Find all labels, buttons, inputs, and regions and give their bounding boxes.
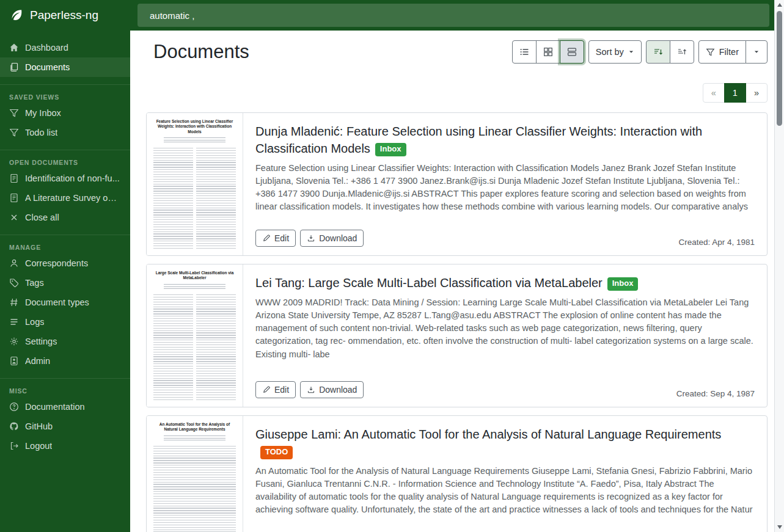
download-button[interactable]: Download	[300, 230, 364, 247]
sidebar-item-settings[interactable]: Settings	[0, 332, 130, 351]
tag-badge-inbox[interactable]: Inbox	[375, 143, 406, 156]
tag-badge-todo[interactable]: TODO	[260, 446, 293, 459]
document-title: Lei Tang: Large Scale Multi-Label Classi…	[255, 274, 755, 291]
document-snippet: Feature Selection using Linear Classifie…	[255, 162, 755, 224]
document-snippet: WWW 2009 MADRID! Track: Data Mining / Se…	[255, 296, 755, 375]
sort-up-icon	[677, 47, 687, 57]
sidebar-item-correspondents[interactable]: Correspondents	[0, 253, 130, 273]
thumbnail-title-text: Feature Selection using Linear Classifie…	[155, 119, 235, 134]
sidebar-item-document-types[interactable]: Document types	[0, 293, 130, 312]
sidebar-section-misc: MISC Documentation GitHub Logout	[0, 378, 130, 456]
sort-down-icon	[653, 47, 663, 57]
filter-dropdown-toggle[interactable]	[746, 40, 768, 64]
view-details-button[interactable]	[560, 40, 584, 64]
logout-icon	[9, 441, 19, 451]
thumbnail-title-text: An Automatic Tool for the Analysis of Na…	[155, 422, 235, 432]
tag-icon	[9, 278, 19, 288]
paperless-logo-icon	[9, 7, 24, 23]
pencil-icon	[262, 234, 271, 242]
thumbnail-text-column	[153, 446, 236, 532]
filter-group: Filter	[698, 40, 768, 64]
document-thumbnail[interactable]: Feature Selection using Linear Classifie…	[147, 113, 243, 255]
thumbnail-text-column	[196, 294, 236, 401]
chevron-down-icon	[753, 49, 760, 55]
app-logo[interactable]: Paperless-ng	[0, 0, 130, 31]
document-title-link[interactable]: Giuseppe Lami: An Automatic Tool for the…	[255, 428, 721, 441]
edit-button[interactable]: Edit	[255, 381, 296, 398]
sidebar-item-logs[interactable]: Logs	[0, 312, 130, 332]
sort-descending-button[interactable]	[646, 40, 670, 64]
document-thumbnail[interactable]: Large Scale Multi-Label Classification v…	[147, 264, 243, 407]
scroll-down-button[interactable]	[775, 522, 784, 532]
list-icon	[9, 317, 19, 327]
pagination: « 1 »	[146, 83, 768, 103]
pagination-next[interactable]: »	[746, 83, 768, 103]
chevron-down-icon	[628, 49, 634, 55]
pagination-previous[interactable]: «	[703, 83, 725, 103]
sort-direction-group	[646, 40, 694, 64]
documents-toolbar: Sort by Filter	[512, 40, 768, 64]
sidebar-section-manage: MANAGE Correspondents Tags Document type…	[0, 235, 130, 371]
documents-page: Documents Sort by	[130, 31, 784, 532]
section-title-saved-views: SAVED VIEWS	[0, 89, 130, 103]
created-date: Created: Apr 4, 1981	[678, 238, 755, 247]
document-card: An Automatic Tool for the Analysis of Na…	[146, 415, 768, 532]
list-view-icon	[519, 47, 529, 57]
sidebar-item-documentation[interactable]: Documentation	[0, 397, 130, 417]
sidebar-item-logout[interactable]: Logout	[0, 436, 130, 456]
sidebar-section-open-documents: OPEN DOCUMENTS Identification of non-fu.…	[0, 150, 130, 227]
sort-ascending-button[interactable]	[670, 40, 694, 64]
sort-by-dropdown[interactable]: Sort by	[588, 40, 642, 64]
sidebar-section-saved-views: SAVED VIEWS My Inbox Todo list	[0, 84, 130, 142]
details-view-icon	[567, 47, 577, 57]
document-thumbnail[interactable]: An Automatic Tool for the Analysis of Na…	[147, 416, 243, 532]
document-card: Large Scale Multi-Label Classification v…	[146, 264, 768, 407]
thumbnail-authors-lines	[164, 284, 225, 290]
sidebar: Paperless-ng Dashboard Documents SAVED V…	[0, 0, 130, 532]
paperless-app: Paperless-ng Dashboard Documents SAVED V…	[0, 0, 784, 532]
thumbnail-authors-lines	[164, 137, 225, 144]
sidebar-item-admin[interactable]: Admin	[0, 351, 130, 371]
sidebar-item-documents[interactable]: Documents	[0, 57, 130, 77]
grid-view-icon	[543, 47, 553, 57]
document-title: Dunja Mladenić: Feature Selection using …	[255, 123, 755, 157]
thumbnail-text-column	[153, 148, 193, 250]
sidebar-item-open-doc-1[interactable]: Identification of non-fu...	[0, 169, 130, 188]
document-title-link[interactable]: Lei Tang: Large Scale Multi-Label Classi…	[255, 276, 603, 290]
view-grid-button[interactable]	[536, 40, 560, 64]
sidebar-item-close-all[interactable]: Close all	[0, 208, 130, 227]
document-card: Feature Selection using Linear Classifie…	[146, 112, 768, 256]
search-input[interactable]	[137, 4, 769, 27]
sidebar-item-open-doc-2[interactable]: A Literature Survey on ...	[0, 188, 130, 208]
tag-badge-inbox[interactable]: Inbox	[607, 277, 639, 291]
filter-button[interactable]: Filter	[698, 40, 746, 64]
hash-icon	[9, 297, 19, 307]
document-title-link[interactable]: Dunja Mladenić: Feature Selection using …	[255, 125, 702, 155]
close-icon	[9, 213, 19, 222]
sidebar-item-tags[interactable]: Tags	[0, 273, 130, 293]
person-icon	[9, 258, 19, 268]
download-button[interactable]: Download	[300, 381, 364, 398]
topbar	[130, 0, 784, 31]
download-icon	[307, 385, 315, 394]
view-list-button[interactable]	[512, 40, 537, 64]
scroll-up-button[interactable]	[775, 0, 784, 10]
sidebar-item-github[interactable]: GitHub	[0, 417, 130, 436]
view-mode-group	[512, 40, 584, 64]
document-snippet: An Automatic Tool for the Analysis of Na…	[255, 465, 755, 527]
section-title-manage: MANAGE	[0, 239, 130, 253]
funnel-icon	[9, 128, 19, 137]
pagination-page-1[interactable]: 1	[724, 83, 746, 103]
section-title-open-documents: OPEN DOCUMENTS	[0, 154, 130, 169]
sidebar-item-dashboard[interactable]: Dashboard	[0, 38, 130, 57]
file-text-icon	[9, 193, 19, 203]
edit-button[interactable]: Edit	[255, 230, 296, 247]
github-icon	[9, 421, 19, 431]
funnel-icon	[706, 48, 715, 57]
created-date: Created: Sep 4, 1987	[676, 389, 755, 398]
sidebar-item-my-inbox[interactable]: My Inbox	[0, 103, 130, 123]
file-text-icon	[9, 173, 19, 183]
scrollbar-thumb[interactable]	[777, 11, 782, 126]
scrollbar[interactable]	[774, 0, 784, 532]
sidebar-item-todo-list[interactable]: Todo list	[0, 123, 130, 142]
